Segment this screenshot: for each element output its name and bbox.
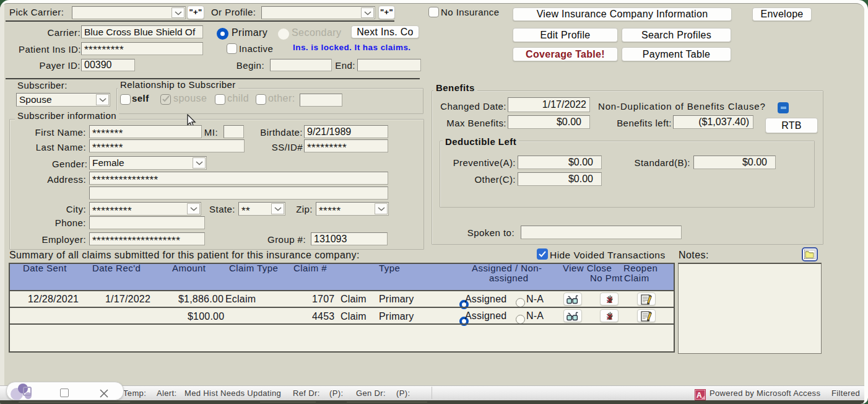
- svg-text:A: A: [697, 391, 702, 400]
